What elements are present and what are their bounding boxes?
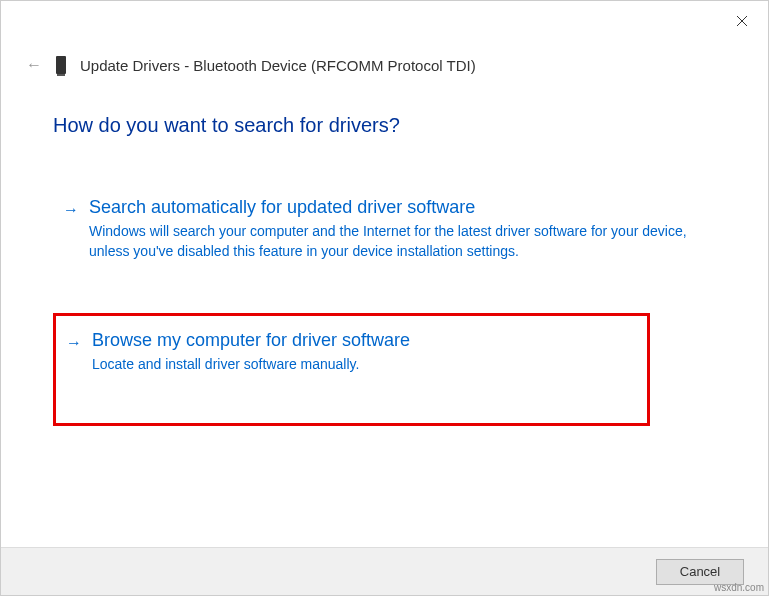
watermark-text: wsxdn.com xyxy=(714,582,764,593)
page-heading: How do you want to search for drivers? xyxy=(53,114,400,137)
browse-description: Locate and install driver software manua… xyxy=(92,355,631,375)
device-icon xyxy=(56,56,66,74)
search-automatically-option[interactable]: → Search automatically for updated drive… xyxy=(53,183,708,281)
browse-title: Browse my computer for driver software xyxy=(92,330,631,351)
cancel-button[interactable]: Cancel xyxy=(656,559,744,585)
close-icon xyxy=(736,15,748,27)
arrow-right-icon: → xyxy=(66,334,82,352)
arrow-right-icon: → xyxy=(63,201,79,219)
dialog-title: Update Drivers - Bluetooth Device (RFCOM… xyxy=(80,57,476,74)
search-auto-description: Windows will search your computer and th… xyxy=(89,222,692,261)
close-button[interactable] xyxy=(734,13,750,29)
browse-computer-option[interactable]: → Browse my computer for driver software… xyxy=(53,313,650,426)
cancel-button-label: Cancel xyxy=(680,564,720,579)
dialog-header: ← Update Drivers - Bluetooth Device (RFC… xyxy=(26,56,476,74)
back-arrow-icon[interactable]: ← xyxy=(26,56,42,74)
dialog-footer: Cancel xyxy=(1,547,768,595)
search-auto-title: Search automatically for updated driver … xyxy=(89,197,692,218)
